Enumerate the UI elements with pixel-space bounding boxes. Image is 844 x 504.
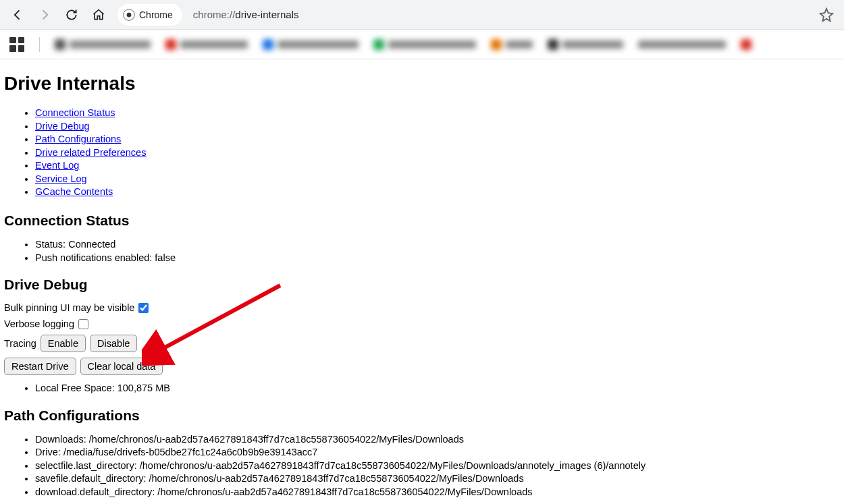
bulk-pinning-row: Bulk pinning UI may be visible [4,302,840,313]
address-bar[interactable]: chrome://drive-internals [188,4,810,26]
browser-toolbar: Chrome chrome://drive-internals [0,0,844,30]
bookmark-item[interactable] [373,37,476,52]
chrome-pill: Chrome [117,4,182,26]
verbose-checkbox[interactable] [78,319,88,329]
bookmark-item[interactable] [55,37,151,52]
free-space-item: Local Free Space: 100,875 MB [35,382,840,395]
disable-button[interactable]: Disable [90,335,137,352]
home-button[interactable] [88,4,109,26]
restart-drive-button[interactable]: Restart Drive [4,358,76,375]
path-item: download.default_directory: /home/chrono… [35,486,840,499]
table-of-contents: Connection Status Drive Debug Path Confi… [35,107,840,199]
apps-icon[interactable] [9,37,24,52]
page-title: Drive Internals [4,73,840,94]
connection-status-list: Status: Connected Push notifications ena… [35,238,840,264]
toc-link[interactable]: Drive related Preferences [35,147,146,158]
bookmark-item[interactable] [638,37,726,52]
paths-list: Downloads: /home/chronos/u-aab2d57a46278… [35,433,840,499]
back-button[interactable] [7,4,28,26]
debug-heading: Drive Debug [4,277,840,293]
bookmark-item[interactable] [741,37,751,52]
verbose-label: Verbose logging [4,318,74,329]
restart-clear-row: Restart Drive Clear local data [4,358,840,375]
toc-link[interactable]: Service Log [35,173,87,184]
tracing-label: Tracing [4,338,36,349]
chrome-label: Chrome [139,9,173,20]
forward-button[interactable] [34,4,55,26]
bulk-pinning-label: Bulk pinning UI may be visible [4,302,134,313]
url-prefix: chrome:// [193,9,236,20]
status-item: Status: Connected [35,238,840,252]
status-item: Push notifications enabled: false [35,252,840,265]
bookmark-item[interactable] [491,37,533,52]
toc-link[interactable]: GCache Contents [35,186,113,197]
bookmark-item[interactable] [548,37,623,52]
reload-button[interactable] [61,4,82,26]
path-item: selectfile.last_directory: /home/chronos… [35,459,840,473]
bulk-pinning-checkbox[interactable] [138,303,149,313]
path-item: Drive: /media/fuse/drivefs-b05dbe27fc1c2… [35,446,840,459]
toc-link[interactable]: Drive Debug [35,121,90,132]
bookmarks-bar [0,30,844,59]
path-item: Downloads: /home/chronos/u-aab2d57a46278… [35,433,840,447]
chrome-icon [123,9,135,21]
enable-button[interactable]: Enable [41,335,86,352]
clear-local-data-button[interactable]: Clear local data [80,358,163,375]
verbose-row: Verbose logging [4,318,840,329]
toc-link[interactable]: Connection Status [35,107,115,118]
bookmark-item[interactable] [165,37,248,52]
connection-heading: Connection Status [4,213,840,229]
url-main: drive-internals [235,9,298,20]
svg-point-1 [127,12,132,17]
path-item: savefile.default_directory: /home/chrono… [35,472,840,486]
bookmark-star-button[interactable] [816,4,837,26]
free-space-list: Local Free Space: 100,875 MB [35,382,840,395]
toc-link[interactable]: Event Log [35,160,79,171]
bookmark-item[interactable] [263,37,359,52]
page-content: Drive Internals Connection Status Drive … [0,59,844,503]
bookmark-separator [39,37,40,52]
toc-link[interactable]: Path Configurations [35,134,121,144]
paths-heading: Path Configurations [4,408,840,424]
tracing-row: Tracing Enable Disable [4,335,840,352]
